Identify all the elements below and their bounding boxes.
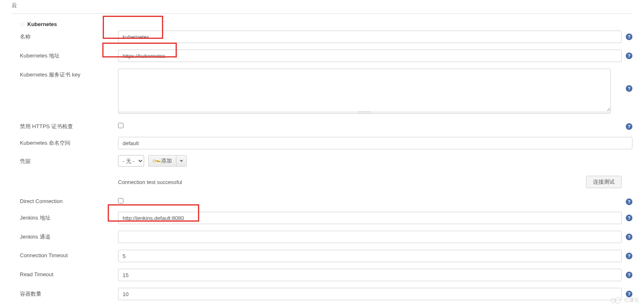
row-container-cap: 容器数量 ? xyxy=(20,288,632,300)
row-jenkins-url: Jenkins 地址 ? xyxy=(20,212,632,224)
label-read-timeout: Read Timeout xyxy=(20,269,118,277)
input-k8s-url[interactable] xyxy=(118,50,622,62)
test-connection-button[interactable]: 连接测试 xyxy=(586,176,622,188)
label-credentials: 凭据 xyxy=(20,155,118,165)
add-credential-dropdown[interactable] xyxy=(176,155,187,167)
row-jenkins-tunnel: Jenkins 通道 ? xyxy=(20,231,632,243)
label-k8s-url: Kubernetes 地址 xyxy=(20,50,118,60)
kubernetes-cloud-block: Kubernetes 名称 ? Kubernetes 地址 ? Kubernet… xyxy=(12,21,632,306)
row-name: 名称 ? xyxy=(20,31,632,43)
block-header: Kubernetes xyxy=(20,21,632,27)
textarea-server-cert[interactable] xyxy=(118,69,611,112)
help-icon[interactable]: ? xyxy=(626,253,632,259)
label-server-cert: Kubernetes 服务证书 key xyxy=(20,69,118,79)
row-disable-https: 禁用 HTTPS 证书检查 ? xyxy=(20,120,632,130)
checkbox-direct-connection[interactable] xyxy=(118,198,123,203)
input-container-cap[interactable] xyxy=(118,288,622,300)
add-credential-label: 添加 xyxy=(161,157,172,165)
help-icon[interactable]: ? xyxy=(626,53,632,59)
watermark: 亿速云 xyxy=(611,296,639,304)
watermark-text: 亿速云 xyxy=(624,296,639,304)
chevron-down-icon xyxy=(180,160,183,162)
help-icon[interactable]: ? xyxy=(626,272,632,278)
row-read-timeout: Read Timeout ? xyxy=(20,269,632,281)
label-name: 名称 xyxy=(20,31,118,41)
textarea-resize-handle[interactable] xyxy=(118,111,611,114)
input-read-timeout[interactable] xyxy=(118,269,622,281)
label-disable-https: 禁用 HTTPS 证书检查 xyxy=(20,120,118,130)
row-namespace: Kubernetes 命名空间 xyxy=(20,137,632,149)
label-container-cap: 容器数量 xyxy=(20,288,118,298)
input-jenkins-tunnel[interactable] xyxy=(118,231,622,243)
help-icon[interactable]: ? xyxy=(626,33,632,40)
row-server-cert: Kubernetes 服务证书 key ? xyxy=(20,69,632,114)
add-credential-button-group: 添加 xyxy=(148,155,187,167)
label-jenkins-tunnel: Jenkins 通道 xyxy=(20,231,118,241)
label-connection-timeout: Connection Timeout xyxy=(20,250,118,258)
row-direct-connection: Direct Connection ? xyxy=(20,196,632,205)
input-connection-timeout[interactable] xyxy=(118,250,622,262)
help-icon[interactable]: ? xyxy=(626,123,632,130)
row-credentials: 凭据 - 无 - 添加 Connection test successful xyxy=(20,155,632,188)
label-jenkins-url: Jenkins 地址 xyxy=(20,212,118,222)
connection-status-text: Connection test successful xyxy=(118,179,586,185)
watermark-logo-icon xyxy=(611,297,622,303)
add-credential-button[interactable]: 添加 xyxy=(148,155,176,167)
connection-status-row: Connection test successful 连接测试 xyxy=(118,176,622,188)
help-icon[interactable]: ? xyxy=(626,234,632,240)
drag-handle-icon[interactable] xyxy=(20,22,25,27)
label-namespace: Kubernetes 命名空间 xyxy=(20,137,118,147)
row-k8s-url: Kubernetes 地址 ? xyxy=(20,50,632,62)
key-icon xyxy=(153,159,159,163)
row-connection-timeout: Connection Timeout ? xyxy=(20,250,632,262)
input-jenkins-url[interactable] xyxy=(118,212,622,224)
help-icon[interactable]: ? xyxy=(626,85,632,92)
label-direct-connection: Direct Connection xyxy=(20,196,118,204)
checkbox-disable-https[interactable] xyxy=(118,123,123,128)
select-credentials[interactable]: - 无 - xyxy=(118,155,144,167)
section-title: 云 xyxy=(12,0,632,14)
input-name[interactable] xyxy=(118,31,622,43)
help-icon[interactable]: ? xyxy=(626,198,632,205)
block-title: Kubernetes xyxy=(27,21,57,27)
input-namespace[interactable] xyxy=(118,137,632,149)
help-icon[interactable]: ? xyxy=(626,215,632,221)
